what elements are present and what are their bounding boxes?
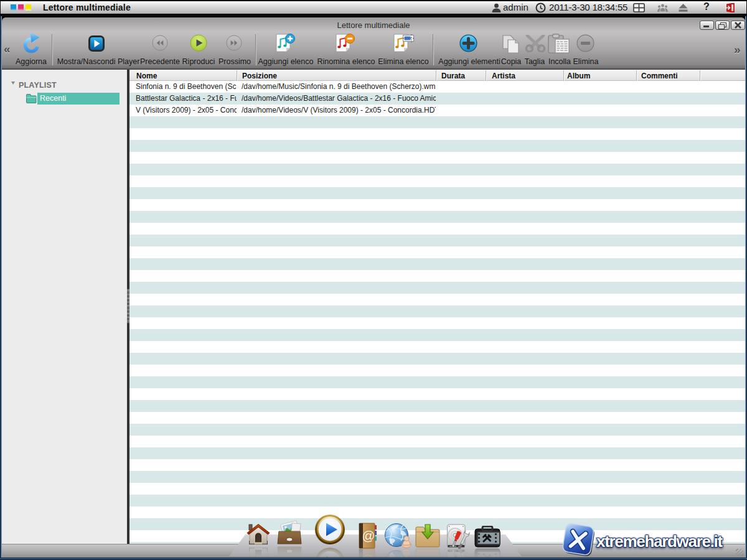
svg-text:@: @: [362, 528, 375, 543]
